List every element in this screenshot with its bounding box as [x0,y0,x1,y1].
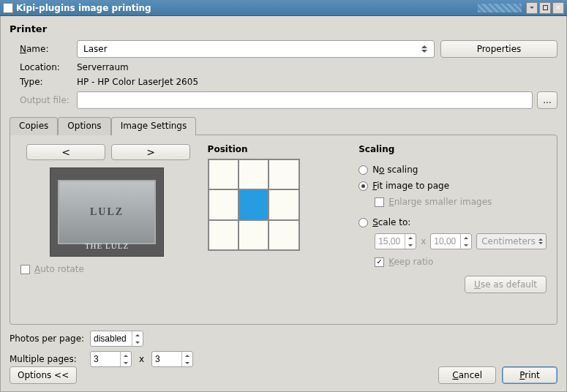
printer-name-value: Laser [83,44,108,54]
no-scaling-label: No scaling [372,165,418,175]
enlarge-label: Enlarge smaller images [388,197,492,207]
multiple-rows-spin[interactable] [151,351,193,367]
scale-width-input[interactable] [375,234,405,249]
photos-per-page-label: Photos per page: [10,333,90,344]
minimize-button[interactable] [526,2,538,14]
outputfile-input[interactable] [77,91,533,109]
maximize-button[interactable] [539,2,551,14]
maximize-icon [543,5,548,10]
tab-image-settings[interactable]: Image Settings [111,117,197,135]
x-sep-2: x [139,354,144,364]
scale-width-spin[interactable] [375,233,416,249]
close-button[interactable]: × [552,2,564,14]
pos-bl[interactable] [209,220,239,250]
titlebar: Kipi-plugins image printing × [0,0,567,16]
photos-per-page-spin[interactable] [90,331,143,347]
multiple-pages-label: Multiple pages: [10,354,90,364]
scale-to-label: Scale to: [372,217,410,227]
image-thumbnail: LULZ THE LULZ [50,167,164,257]
units-value: Centimeters [481,236,536,246]
window-title: Kipi-plugins image printing [16,3,478,13]
location-value: Serverraum [77,62,129,72]
fit-to-page-radio[interactable] [358,181,368,191]
no-scaling-radio[interactable] [358,165,368,175]
use-as-default-button[interactable]: Use as default [465,276,547,293]
prev-image-button[interactable]: < [26,144,105,160]
auto-rotate-label: Auto rotate [34,264,84,274]
multiple-cols-input[interactable] [91,352,120,366]
enlarge-checkbox[interactable] [375,197,384,207]
position-grid[interactable] [208,159,300,251]
printer-group-title: Printer [10,23,557,34]
location-label: Location: [20,62,77,72]
pos-center[interactable] [239,189,269,219]
image-settings-panel: < > LULZ THE LULZ Auto rotate [10,135,557,325]
type-value: HP - HP Color LaserJet 2605 [77,77,198,87]
pos-br[interactable] [269,220,298,250]
keep-ratio-checkbox[interactable]: ✓ [375,257,384,267]
close-icon: × [555,4,561,11]
auto-rotate-checkbox[interactable] [20,265,30,274]
pos-bc[interactable] [239,220,269,250]
pos-mr[interactable] [269,189,298,219]
thumb-caption: THE LULZ [85,241,129,250]
thumb-top-text: LULZ [90,206,124,218]
photos-per-page-input[interactable] [91,331,132,346]
outputfile-label: Output file: [20,95,77,105]
minimize-icon [530,7,534,9]
pos-tl[interactable] [209,159,239,189]
cancel-button[interactable]: Cancel [438,366,496,384]
name-label: Name: [20,44,77,54]
fit-to-page-label: Fit image to page [372,181,449,191]
next-image-button[interactable]: > [111,144,190,160]
app-icon [3,3,13,13]
position-header: Position [208,144,345,154]
updown-icon [419,43,429,55]
type-label: Type: [20,77,77,87]
pos-tc[interactable] [239,159,269,189]
pos-tr[interactable] [269,159,298,189]
options-toggle-button[interactable]: Options << [10,366,77,384]
print-button[interactable]: Print [502,366,557,384]
x-sep-1: x [421,236,426,246]
titlebar-decoration [478,4,522,12]
scaling-header: Scaling [358,144,547,154]
keep-ratio-label: Keep ratio [388,257,433,267]
properties-button[interactable]: Properties [440,40,557,58]
tab-copies[interactable]: Copies [10,117,58,135]
tab-options[interactable]: Options [58,117,110,135]
pos-ml[interactable] [209,189,239,219]
browse-button[interactable]: ... [537,91,557,109]
scale-to-radio[interactable] [358,218,368,227]
multiple-rows-input[interactable] [152,352,181,366]
printer-name-combo[interactable]: Laser [77,40,435,58]
multiple-cols-spin[interactable] [90,351,132,367]
units-combo[interactable]: Centimeters [476,233,547,249]
scale-height-input[interactable] [431,234,460,249]
scale-height-spin[interactable] [430,233,472,249]
